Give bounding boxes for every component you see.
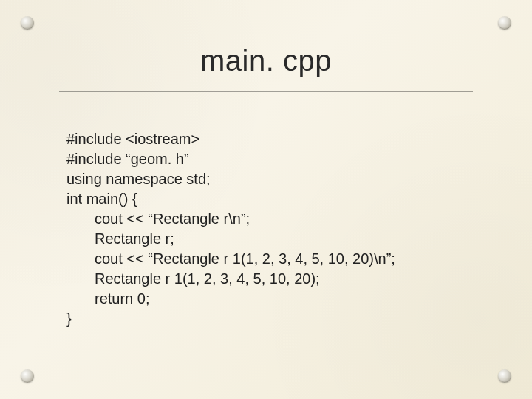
code-line: Rectangle r; xyxy=(66,229,480,249)
code-line: cout << “Rectangle r\n”; xyxy=(66,209,480,229)
code-block: #include <iostream> #include “geom. h” u… xyxy=(52,109,480,349)
title-underline xyxy=(59,91,473,92)
code-line: return 0; xyxy=(66,289,480,309)
slide-title: main. cpp xyxy=(52,44,480,78)
code-line: #include <iostream> xyxy=(66,131,200,147)
code-line: int main() { xyxy=(66,191,137,207)
slide-content: main. cpp #include <iostream> #include “… xyxy=(0,0,532,399)
code-line: cout << “Rectangle r 1(1, 2, 3, 4, 5, 10… xyxy=(66,249,480,269)
code-line: } xyxy=(66,310,72,327)
code-line: Rectangle r 1(1, 2, 3, 4, 5, 10, 20); xyxy=(66,269,480,289)
code-line: using namespace std; xyxy=(66,171,211,187)
code-line: #include “geom. h” xyxy=(66,151,189,167)
